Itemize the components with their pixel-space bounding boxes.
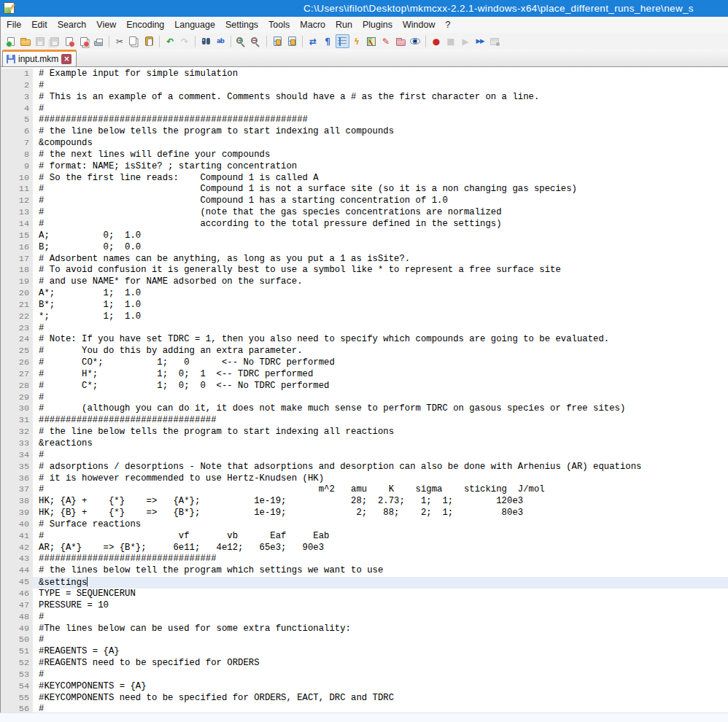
copy-icon[interactable] <box>128 34 142 48</box>
line-number[interactable]: 45 <box>1 577 33 589</box>
code-line[interactable]: # Adsorbent names can be anything, as lo… <box>39 254 728 265</box>
code-line[interactable]: # and use NAME* for NAME adsorbed on the… <box>39 276 728 288</box>
line-number[interactable]: 36 <box>1 473 33 485</box>
code-line[interactable]: &compounds <box>39 138 728 150</box>
line-number[interactable]: 47 <box>1 600 33 612</box>
code-line[interactable]: # the lines below tell the program which… <box>39 565 728 577</box>
line-number[interactable]: 40 <box>1 519 33 531</box>
line-number[interactable]: 21 <box>1 300 33 311</box>
line-number[interactable]: 12 <box>1 195 33 207</box>
line-number[interactable]: 7 <box>1 138 33 150</box>
menu-help[interactable]: ? <box>440 18 455 32</box>
line-number[interactable]: 3 <box>1 92 33 104</box>
menu-run[interactable]: Run <box>330 18 357 32</box>
code-line[interactable]: AR; {A*} => {B*}; 6e11; 4e12; 65e3; 90e3 <box>39 543 728 554</box>
code-line[interactable]: #KEYCOMPONENTS need to be specified for … <box>39 693 728 704</box>
line-number[interactable]: 19 <box>1 276 33 288</box>
code-line[interactable]: A*; 1; 1.0 <box>39 288 728 300</box>
line-number[interactable]: 25 <box>1 346 33 357</box>
code-line[interactable]: B*; 1; 1.0 <box>39 300 728 311</box>
line-number[interactable]: 2 <box>1 80 33 92</box>
macro-record-icon[interactable]: ● <box>430 34 444 48</box>
line-number[interactable]: 5 <box>1 114 33 126</box>
line-number[interactable]: 27 <box>1 369 33 381</box>
line-number[interactable]: 38 <box>1 496 33 508</box>
line-number[interactable]: 8 <box>1 150 33 161</box>
menu-edit[interactable]: Edit <box>26 18 53 32</box>
open-file-icon[interactable] <box>19 34 33 48</box>
show-all-characters-icon[interactable]: ¶ <box>321 34 335 48</box>
code-line[interactable]: # adsorptions / desorptions - Note that … <box>39 462 728 473</box>
sync-horizontal-scroll-icon[interactable] <box>285 34 299 48</box>
line-number[interactable]: 42 <box>1 543 33 554</box>
line-number[interactable]: 46 <box>1 589 33 600</box>
line-number[interactable]: 50 <box>1 634 33 646</box>
code-line[interactable]: # <box>39 612 728 624</box>
code-line[interactable]: # Note: If you have set TDRC = 1, then y… <box>39 334 728 346</box>
editor[interactable]: 1# Example input for simple simulation2#… <box>1 67 728 721</box>
document-map-icon[interactable] <box>365 34 379 48</box>
code-line[interactable]: # vf vb Eaf Eab <box>39 531 728 543</box>
code-line[interactable]: TYPE = SEQUENCERUN <box>39 589 728 600</box>
line-number[interactable]: 20 <box>1 288 33 300</box>
code-line[interactable]: # So the first line reads: Compound 1 is… <box>39 173 728 185</box>
menu-macro[interactable]: Macro <box>295 18 330 32</box>
folder-as-workspace-icon[interactable] <box>394 34 408 48</box>
line-number[interactable]: 4 <box>1 104 33 115</box>
code-line[interactable]: # Compound 1 has a starting concentratio… <box>39 195 728 207</box>
code-line[interactable]: # according to the total pressure define… <box>39 219 728 230</box>
code-line[interactable]: # CO*; 1; 0 <-- No TDRC performed <box>39 357 728 369</box>
code-line[interactable]: ########################################… <box>39 114 728 126</box>
function-completion-icon[interactable]: ϟ <box>350 34 364 48</box>
find-icon[interactable] <box>199 34 213 48</box>
line-number[interactable]: 53 <box>1 669 33 681</box>
code-line[interactable]: # C*; 1; 0; 0 <-- No TDRC performed <box>39 381 728 392</box>
line-number[interactable]: 39 <box>1 508 33 519</box>
code-line[interactable]: &settings <box>39 577 728 589</box>
word-wrap-icon[interactable]: ⇄ <box>306 34 320 48</box>
code-line[interactable]: # Surface reactions <box>39 519 728 531</box>
menu-search[interactable]: Search <box>53 18 92 32</box>
code-line[interactable]: # You do this by adding an extra paramet… <box>39 346 728 357</box>
line-number[interactable]: 15 <box>1 230 33 242</box>
code-line[interactable]: # <box>39 634 728 646</box>
code-line[interactable]: # format: NAME; isSite? ; starting conce… <box>39 161 728 173</box>
horizontal-scrollbar[interactable] <box>0 713 728 722</box>
code-line[interactable]: # (although you can do it, it does not m… <box>39 403 728 415</box>
line-number[interactable]: 11 <box>1 184 33 195</box>
line-number[interactable]: 52 <box>1 658 33 669</box>
line-number[interactable]: 10 <box>1 173 33 185</box>
line-number[interactable]: 23 <box>1 323 33 335</box>
line-number[interactable]: 6 <box>1 126 33 138</box>
replace-icon[interactable]: ab <box>214 34 228 48</box>
code-line[interactable]: # <box>39 104 728 115</box>
code-line[interactable]: # This is an example of a comment. Comme… <box>39 92 728 104</box>
code-line[interactable]: # the line below tells the program to st… <box>39 427 728 438</box>
line-number[interactable]: 9 <box>1 161 33 173</box>
code-line[interactable]: # Compound 1 is not a surface site (so i… <box>39 184 728 195</box>
line-number[interactable]: 51 <box>1 646 33 658</box>
line-number[interactable]: 44 <box>1 565 33 577</box>
sync-vertical-scroll-icon[interactable] <box>271 34 284 48</box>
code-line[interactable]: ################################# <box>39 415 728 427</box>
file-monitoring-eye-icon[interactable] <box>408 34 422 48</box>
menu-plugins[interactable]: Plugins <box>357 18 398 32</box>
line-number[interactable]: 14 <box>1 219 33 230</box>
code-line[interactable]: # (note that the gas species concentrati… <box>39 207 728 219</box>
menu-language[interactable]: Language <box>169 18 220 32</box>
code-line[interactable]: # <box>39 669 728 681</box>
code-line[interactable]: #KEYCOMPONENTS = {A} <box>39 681 728 693</box>
code-line[interactable]: # <box>39 392 728 404</box>
code-line[interactable]: B; 0; 0.0 <box>39 242 728 254</box>
print-icon[interactable] <box>92 34 106 48</box>
line-number[interactable]: 34 <box>1 450 33 462</box>
line-number[interactable]: 29 <box>1 392 33 404</box>
macro-run-multiple-icon[interactable]: ▶▶ <box>473 34 487 48</box>
code-line[interactable]: # To avoid confusion it is generally bes… <box>39 265 728 276</box>
code-line[interactable]: #REAGENTS need to be specified for ORDER… <box>39 658 728 669</box>
code-line[interactable]: PRESSURE = 10 <box>39 600 728 612</box>
code-line[interactable]: HK; {B} + {*} => {B*}; 1e-19; 2; 88; 2; … <box>39 508 728 519</box>
code-line[interactable]: # it is however recommended to use Hertz… <box>39 473 728 485</box>
close-icon[interactable] <box>63 34 77 48</box>
code-line[interactable]: #The lines below can be used for some ex… <box>39 624 728 635</box>
